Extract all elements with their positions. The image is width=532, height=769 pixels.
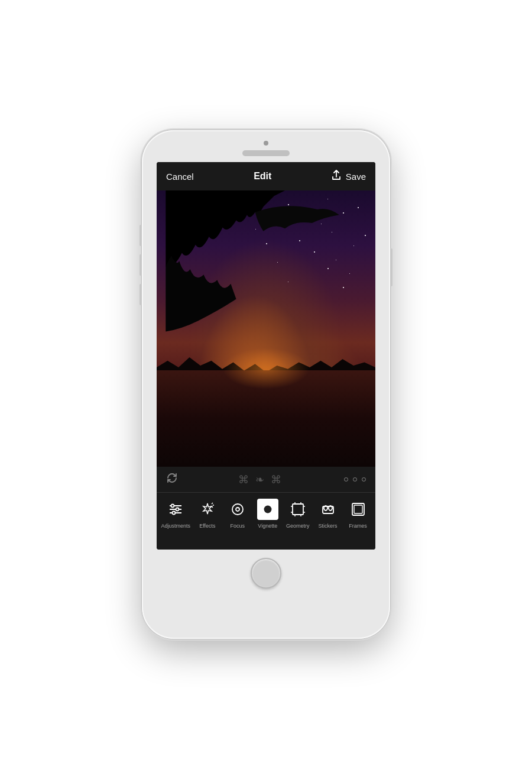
frames-icon (348, 499, 369, 520)
stickers-icon (317, 499, 339, 520)
stickers-label: Stickers (319, 523, 338, 529)
svg-rect-26 (354, 505, 362, 513)
page-dots (344, 477, 366, 482)
night-photo (157, 190, 375, 467)
adjustments-icon (165, 499, 186, 520)
cancel-button[interactable]: Cancel (166, 172, 194, 182)
effects-label: Effects (199, 523, 215, 529)
geometry-icon (287, 499, 309, 520)
screen: Cancel Edit Save (157, 162, 375, 550)
phone-device: Cancel Edit Save (142, 130, 390, 639)
tool-frames[interactable]: Frames (345, 499, 371, 529)
speaker-grille (242, 150, 290, 156)
svg-line-6 (212, 503, 213, 504)
svg-point-3 (171, 505, 174, 508)
tool-effects[interactable]: Effects (194, 499, 220, 529)
front-camera (264, 141, 268, 146)
save-button[interactable]: Save (346, 172, 366, 182)
toolbar-top: ⌘ ❧ ⌘ (157, 467, 375, 493)
vignette-icon (257, 499, 278, 520)
tool-geometry[interactable]: Geometry (285, 499, 311, 529)
svg-point-10 (236, 508, 239, 511)
home-button[interactable] (251, 558, 281, 589)
geometry-label: Geometry (286, 523, 310, 529)
dot-1[interactable] (344, 477, 348, 482)
tool-stickers[interactable]: Stickers (315, 499, 341, 529)
ornament-decoration: ⌘ ❧ ⌘ (238, 473, 283, 486)
tool-focus[interactable]: Focus (225, 499, 251, 529)
topbar-right-actions: Save (332, 170, 366, 183)
svg-point-4 (176, 508, 179, 511)
edit-title: Edit (254, 171, 271, 182)
refresh-icon[interactable] (166, 472, 178, 487)
home-button-area (142, 550, 390, 598)
svg-point-12 (264, 506, 271, 513)
toolbar-icons: Adjustments Effects (157, 493, 375, 529)
focus-icon (227, 499, 248, 520)
app-topbar: Cancel Edit Save (157, 162, 375, 190)
tree-silhouette (157, 190, 375, 343)
toolbar-area: ⌘ ❧ ⌘ (157, 467, 375, 550)
svg-point-9 (232, 504, 243, 515)
phone-top-bar (142, 130, 390, 162)
adjustments-label: Adjustments (161, 523, 190, 529)
share-icon[interactable] (332, 170, 341, 183)
svg-rect-13 (293, 504, 303, 515)
tool-vignette[interactable]: Vignette (255, 499, 281, 529)
photo-area (157, 190, 375, 467)
vignette-label: Vignette (258, 523, 277, 529)
dot-2[interactable] (353, 477, 357, 482)
effects-icon (197, 499, 218, 520)
svg-line-8 (212, 506, 213, 508)
focus-label: Focus (231, 523, 245, 529)
svg-point-5 (173, 512, 176, 515)
frames-label: Frames (349, 523, 367, 529)
dot-3[interactable] (362, 477, 366, 482)
tool-adjustments[interactable]: Adjustments (161, 499, 190, 529)
